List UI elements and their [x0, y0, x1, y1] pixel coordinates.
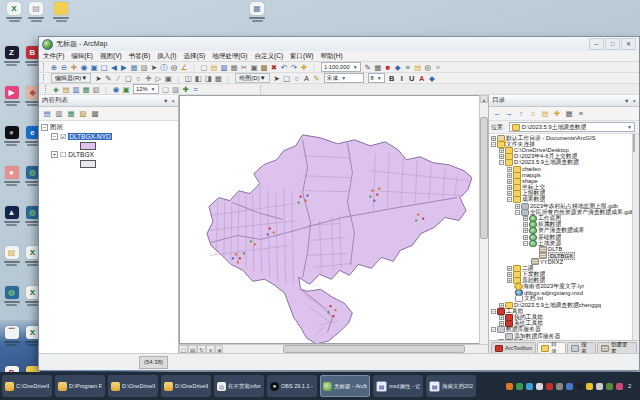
tree-expander-icon[interactable]: + [491, 136, 496, 141]
close-icon[interactable]: × [632, 98, 636, 104]
split-tool-icon[interactable]: ∕ [113, 74, 123, 83]
tree-expander-icon[interactable]: − [523, 241, 528, 246]
home-icon[interactable]: ⌂ [528, 109, 538, 118]
arcgis-globe3-icon[interactable]: ◍ [1, 286, 22, 326]
cat-db-connections[interactable]: − 数据库连接 [489, 339, 639, 340]
tree-expander-icon[interactable]: − [507, 197, 512, 202]
contrast-icon[interactable]: ◉ [111, 85, 121, 94]
tree-expander-icon[interactable]: + [507, 272, 512, 277]
snap-vertex-icon[interactable]: ▥ [71, 85, 81, 94]
toc-root-layers[interactable]: − 图层 [39, 123, 178, 132]
menu-item[interactable]: 地理处理(G) [212, 52, 247, 61]
back-icon[interactable]: ← [492, 109, 502, 118]
add-data-icon[interactable]: ✚ [299, 63, 309, 72]
tree-expander-icon[interactable]: − [491, 142, 496, 147]
table-options-icon[interactable]: ▦ [373, 63, 383, 72]
tree-expander-icon[interactable]: + [507, 278, 512, 283]
create-feature-icon[interactable]: ▢ [123, 74, 133, 83]
identify-icon[interactable]: ⓘ [159, 63, 169, 72]
transparency-combo[interactable]: 12%▼ [133, 84, 159, 94]
toc-swatch-dltbgx-nyd[interactable] [39, 141, 178, 150]
tray-icon[interactable] [536, 383, 543, 390]
maximize-button[interactable]: □ [605, 38, 620, 50]
add-connection-icon[interactable]: ✚ [552, 109, 562, 118]
add-layer-icon[interactable]: ✚ [181, 85, 191, 94]
map-canvas[interactable] [179, 95, 479, 344]
connect-folder-icon[interactable]: ▤ [540, 109, 550, 118]
tree-expander-icon[interactable]: + [523, 235, 528, 240]
fixed-zoom-in-icon[interactable]: ▣ [89, 63, 99, 72]
scroll-up-icon[interactable]: ▲ [480, 95, 488, 103]
menu-item[interactable]: 视图(V) [100, 52, 122, 61]
full-extent-icon[interactable]: ◉ [79, 63, 89, 72]
dataset-shortcut-icon[interactable]: ▦ [246, 2, 268, 22]
snap-point-icon[interactable]: ◈ [51, 85, 61, 94]
draw-menu[interactable]: 绘图(D)▼ [235, 73, 269, 83]
measure-icon[interactable]: ∠ [179, 63, 189, 72]
paste-icon[interactable]: ▩ [259, 63, 269, 72]
scale-combo[interactable]: 1:100,000▼ [321, 62, 361, 72]
tree-expander-icon[interactable]: − [491, 327, 496, 332]
select-elements-icon[interactable]: ➤ [149, 63, 159, 72]
tree-expander-icon[interactable]: + [523, 228, 528, 233]
task-notepad-2[interactable]: ▤ 海南文档2023-1... [426, 375, 476, 397]
pin-icon[interactable]: ▼ [624, 98, 629, 104]
separator[interactable]: | [101, 85, 111, 94]
find-icon[interactable]: ◎ [169, 63, 179, 72]
separator[interactable]: | [309, 63, 319, 72]
title-bar[interactable]: 无标题 - ArcMap ─ □ ✕ [39, 37, 639, 51]
tree-expander-icon[interactable]: + [51, 151, 58, 158]
toc-options-icon[interactable]: ▩ [90, 109, 100, 118]
video-app-icon[interactable]: ▶ [1, 86, 22, 126]
print-icon[interactable]: ▦ [229, 63, 239, 72]
list-by-visibility-icon[interactable]: ▦ [66, 109, 76, 118]
forward-extent-icon[interactable]: ▶ [119, 63, 129, 72]
copy-icon[interactable]: ▣ [249, 63, 259, 72]
tab-catalog[interactable]: 目录 [537, 342, 566, 353]
separator[interactable]: | [223, 74, 233, 83]
folder-icon[interactable] [50, 2, 72, 22]
task-explorer-1[interactable]: C:\OneDrive\De... [2, 375, 52, 397]
menu-item[interactable]: 窗口(W) [290, 52, 313, 61]
tree-expander-icon[interactable]: + [507, 167, 512, 172]
topology-validate-icon[interactable]: ◨ [203, 74, 213, 83]
menu-item[interactable]: 帮助(H) [321, 52, 343, 61]
view-toggle-button[interactable]: ▢ [179, 345, 188, 353]
tray-icon[interactable] [596, 383, 603, 390]
tree-expander-icon[interactable]: − [499, 160, 504, 165]
view-toggle-button[interactable]: ▤ [188, 345, 197, 353]
tree-expander-icon[interactable]: + [507, 173, 512, 178]
tray-icon[interactable] [566, 383, 573, 390]
map-vertical-scrollbar[interactable]: ▲ [479, 95, 488, 344]
redo-icon[interactable]: ↷ [289, 63, 299, 72]
tree-expander-icon[interactable]: + [515, 204, 520, 209]
close-icon[interactable]: × [171, 98, 175, 104]
pig-app-icon[interactable]: ● [1, 166, 22, 206]
pan-icon[interactable]: ✚ [69, 63, 79, 72]
tree-expander-icon[interactable]: − [491, 309, 496, 314]
toc-layer-dltbgx[interactable]: + ☐ DLTBGX [39, 150, 178, 159]
trace-tool-icon[interactable]: ○ [133, 74, 143, 83]
up-one-level-icon[interactable]: ↑ [516, 109, 526, 118]
taskbar-clock[interactable]: 2 [628, 383, 636, 389]
delete-icon[interactable]: ✖ [269, 63, 279, 72]
tray-icon[interactable] [526, 383, 533, 390]
open-icon[interactable]: ▤ [209, 63, 219, 72]
editor-menu[interactable]: 编辑器(R)▼ [51, 73, 91, 83]
save-icon[interactable]: ▥ [219, 63, 229, 72]
toc-swatch-dltbgx[interactable] [39, 159, 178, 168]
separator[interactable]: | [189, 63, 199, 72]
close-button[interactable]: ✕ [621, 38, 636, 50]
back-extent-icon[interactable]: ◀ [109, 63, 119, 72]
task-browser[interactable]: ◎ 在不安装informa... [214, 375, 264, 397]
toc-layer-dltbgx-nyd[interactable]: − ☑ DLTBGX-NYD [39, 132, 178, 141]
effects-layer-icon[interactable]: ▧ [91, 85, 101, 94]
fill-color-icon[interactable]: ◆ [427, 74, 437, 83]
documents-icon[interactable]: ▤ [25, 2, 47, 22]
location-combo[interactable]: D:\2023.5.9土地调查数据 ▼ [509, 122, 635, 132]
task-notepad-1[interactable]: ▤ mxd属性 - 记事... [373, 375, 423, 397]
underline-icon[interactable]: U [407, 74, 417, 83]
fixed-zoom-out-icon[interactable]: ▢ [99, 63, 109, 72]
model-builder-icon[interactable]: ◆ [393, 63, 403, 72]
separator[interactable]: | [173, 74, 183, 83]
